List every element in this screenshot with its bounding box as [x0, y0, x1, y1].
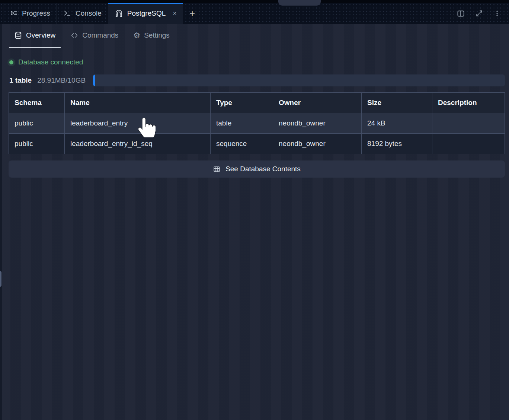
tab-label: PostgreSQL — [127, 9, 166, 18]
tab-label: Progress — [22, 9, 50, 18]
cell-description — [432, 134, 505, 154]
database-objects-table: Schema Name Type Owner Size Description … — [9, 92, 505, 154]
table-row[interactable]: public leaderboard_entry table neondb_ow… — [9, 113, 505, 134]
table-grid-icon — [213, 165, 221, 173]
panel-resize-handle[interactable] — [0, 271, 1, 287]
column-header-description: Description — [432, 93, 505, 113]
floating-element-remnant — [278, 0, 321, 6]
column-header-size: Size — [362, 93, 432, 113]
window-actions — [457, 3, 509, 24]
cell-owner: neondb_owner — [273, 134, 362, 154]
tab-progress[interactable]: Progress — [3, 3, 57, 24]
overview-panel: Database connected 1 table 28.91MB/10GB … — [0, 48, 509, 420]
subtab-bar: Overview Commands ⚙ Settings — [0, 24, 509, 48]
storage-progress-fill — [93, 74, 95, 86]
kebab-menu-icon[interactable] — [493, 9, 501, 18]
postgresql-pane: Progress Console PostgreSQL × + — [0, 0, 509, 420]
cell-schema: public — [9, 134, 65, 154]
storage-progress-track — [93, 74, 505, 86]
subtab-label: Overview — [26, 31, 55, 39]
cell-type: sequence — [211, 134, 273, 154]
subtab-label: Settings — [144, 31, 170, 39]
window-top-strip — [0, 0, 509, 3]
cell-name[interactable]: leaderboard_entry — [65, 113, 211, 134]
connection-status: Database connected — [9, 58, 509, 66]
cell-owner: neondb_owner — [273, 113, 362, 134]
column-header-name: Name — [65, 93, 211, 113]
tab-postgresql[interactable]: PostgreSQL × — [108, 3, 183, 24]
tab-bar: Progress Console PostgreSQL × + — [0, 3, 509, 24]
progress-icon — [10, 9, 18, 18]
console-icon — [63, 9, 71, 18]
table-header-row: Schema Name Type Owner Size Description — [9, 93, 505, 113]
cell-size: 8192 bytes — [362, 134, 432, 154]
tab-console[interactable]: Console — [57, 3, 108, 24]
tab-label: Console — [76, 9, 102, 18]
see-database-contents-label: See Database Contents — [225, 165, 301, 173]
column-header-owner: Owner — [273, 93, 362, 113]
database-icon — [14, 31, 22, 39]
new-tab-button[interactable]: + — [183, 3, 202, 24]
tables-count: 1 table — [9, 76, 32, 85]
tab-settings[interactable]: ⚙ Settings — [128, 24, 175, 48]
code-icon — [70, 31, 79, 39]
tab-overview[interactable]: Overview — [9, 24, 61, 48]
cell-name[interactable]: leaderboard_entry_id_seq — [65, 134, 211, 154]
gear-icon: ⚙ — [133, 32, 140, 39]
cell-schema: public — [9, 113, 65, 134]
see-database-contents-button[interactable]: See Database Contents — [9, 160, 505, 178]
usage-row: 1 table 28.91MB/10GB — [9, 74, 505, 86]
cell-description — [432, 113, 505, 134]
panel-edge — [0, 24, 2, 420]
expand-icon[interactable] — [475, 9, 483, 18]
cell-type: table — [211, 113, 273, 134]
column-header-type: Type — [211, 93, 273, 113]
cell-size: 24 kB — [362, 113, 432, 134]
close-tab-icon[interactable]: × — [173, 10, 177, 17]
column-header-schema: Schema — [9, 93, 65, 113]
status-label: Database connected — [18, 58, 83, 66]
subtab-label: Commands — [82, 31, 118, 39]
storage-usage: 28.91MB/10GB — [37, 76, 86, 85]
table-row[interactable]: public leaderboard_entry_id_seq sequence… — [9, 134, 505, 154]
split-view-icon[interactable] — [457, 9, 465, 18]
status-dot-icon — [9, 60, 13, 64]
tab-commands[interactable]: Commands — [65, 24, 124, 48]
postgresql-icon — [115, 9, 123, 18]
